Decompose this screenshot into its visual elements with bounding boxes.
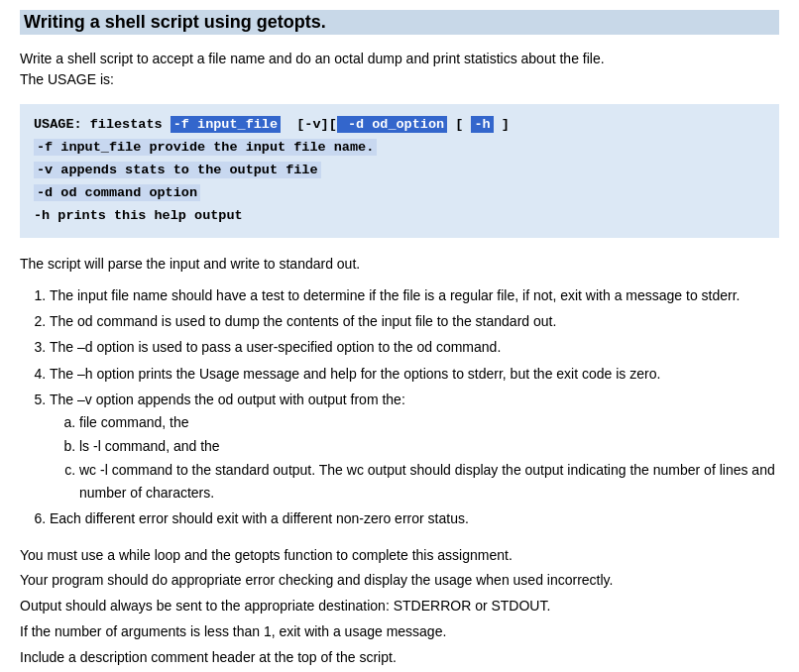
usage-h-flag: -h [471, 116, 493, 133]
usage-prefix: USAGE: filestats [34, 117, 171, 132]
script-parse-text: The script will parse the input and writ… [20, 254, 779, 275]
usage-h-desc: -h prints this help output [34, 208, 243, 223]
sub-list-item: wc -l command to the standard output. Th… [79, 459, 779, 504]
usage-h-bracket-close: ] [494, 117, 510, 132]
usage-f-flag: -f input_file [171, 116, 281, 133]
footer-line: Include a description comment header at … [20, 646, 779, 670]
footer-text: You must use a while loop and the getopt… [20, 544, 779, 670]
usage-h-bracket-open: [ [455, 117, 471, 132]
page-title: Writing a shell script using getopts. [20, 10, 779, 35]
usage-line-5: -h prints this help output [34, 205, 765, 228]
sub-list: file command, the ls -l command, and the… [79, 411, 779, 504]
intro-text: Write a shell script to accept a file na… [20, 49, 779, 90]
usage-line-1: USAGE: filestats -f input_file [-v][ -d … [34, 114, 765, 137]
list-item: The –v option appends the od output with… [50, 389, 779, 504]
sub-list-item: ls -l command, and the [79, 435, 779, 457]
list-item: The –d option is used to pass a user-spe… [50, 336, 779, 358]
footer-line: If the number of arguments is less than … [20, 620, 779, 644]
usage-block: USAGE: filestats -f input_file [-v][ -d … [20, 104, 779, 238]
usage-f-desc: -f input_file provide the input file nam… [34, 139, 377, 156]
list-item: Each different error should exit with a … [50, 507, 779, 529]
footer-line: Your program should do appropriate error… [20, 569, 779, 593]
footer-line: You must use a while loop and the getopt… [20, 544, 779, 568]
main-list: The input file name should have a test t… [50, 284, 779, 530]
usage-line-3: -v appends stats to the output file [34, 160, 765, 182]
usage-v-desc: -v appends stats to the output file [34, 162, 321, 178]
usage-line-4: -d od command option [34, 182, 765, 205]
usage-d-option: -d od_option [337, 116, 447, 133]
sub-list-item: file command, the [79, 411, 779, 433]
usage-d-desc: -d od command option [34, 184, 200, 201]
usage-line-2: -f input_file provide the input file nam… [34, 137, 765, 160]
footer-line: Output should always be sent to the appr… [20, 595, 779, 618]
usage-v-bracket: [-v][ [296, 117, 337, 132]
list-item: The od command is used to dump the conte… [50, 310, 779, 332]
list-item: The input file name should have a test t… [50, 284, 779, 306]
list-item: The –h option prints the Usage message a… [50, 363, 779, 385]
